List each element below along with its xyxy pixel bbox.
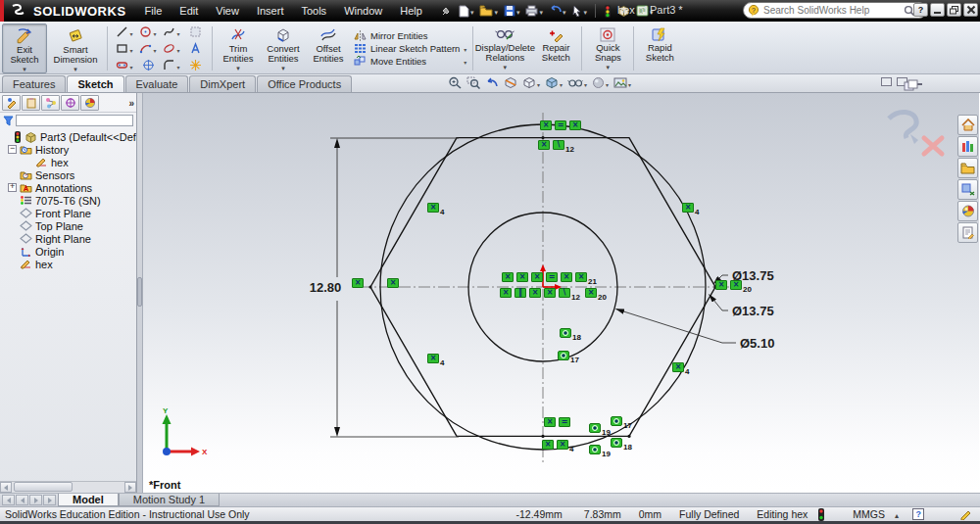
expand-icon[interactable]	[8, 183, 17, 192]
doc-restore-icon[interactable]	[881, 77, 892, 86]
repair-sketch-button[interactable]: Repair Sketch	[533, 24, 578, 73]
dimension-dia1-value[interactable]: Ø13.75	[732, 268, 774, 283]
status-help-icon[interactable]: ?	[912, 508, 924, 520]
units-label[interactable]: MMGS	[853, 508, 885, 520]
tree-horizontal-scrollbar[interactable]	[0, 481, 136, 493]
file-explorer-icon[interactable]	[957, 158, 978, 178]
menu-item[interactable]: Help	[391, 2, 431, 20]
rectangle-tool[interactable]	[113, 41, 136, 57]
tree-item-annotations[interactable]: Annotations	[2, 181, 136, 194]
last-tab-icon[interactable]	[43, 495, 56, 505]
tree-item-history[interactable]: History	[2, 143, 136, 156]
doc-stack-icon[interactable]	[904, 79, 919, 91]
rapid-sketch-button[interactable]: Rapid Sketch	[637, 24, 682, 73]
collapse-icon[interactable]	[8, 145, 17, 154]
select-button[interactable]	[569, 4, 589, 18]
slot-tool[interactable]	[113, 58, 136, 73]
scroll-track[interactable]	[12, 482, 124, 493]
toolbox-icon[interactable]	[957, 179, 978, 200]
smart-dimension-dropdown-icon[interactable]: ▾	[74, 66, 77, 72]
tree-item-origin[interactable]: Origin	[2, 245, 136, 258]
fillet-tool[interactable]	[160, 58, 183, 73]
smart-dimension-button[interactable]: Smart Dimension ▾	[47, 24, 104, 73]
arc-tool[interactable]	[136, 41, 160, 57]
new-doc-button[interactable]	[456, 4, 476, 19]
trim-entities-button[interactable]: Trim Entities ▾	[216, 24, 261, 73]
minimize-button[interactable]	[930, 3, 945, 17]
next-tab-icon[interactable]	[29, 495, 42, 505]
zoom-area-icon[interactable]	[466, 75, 481, 90]
prev-tab-icon[interactable]	[16, 495, 28, 505]
tree-item-right-plane[interactable]: Right Plane	[2, 232, 136, 245]
close-button[interactable]	[963, 3, 978, 17]
first-tab-icon[interactable]	[2, 495, 15, 505]
quick-snaps-dropdown-icon[interactable]: ▾	[607, 64, 611, 71]
undo-button[interactable]	[547, 4, 568, 18]
trim-dropdown-icon[interactable]: ▾	[236, 65, 240, 71]
tree-item-front-plane[interactable]: Front Plane	[2, 207, 136, 219]
dimension-width-value[interactable]: 12.80	[310, 280, 342, 295]
tree-item-hex-history[interactable]: hex	[2, 156, 136, 168]
menu-item[interactable]: Window	[335, 2, 391, 20]
tree-item-sensors[interactable]: Sensors	[2, 168, 136, 181]
model-tab[interactable]: Model	[58, 494, 119, 506]
custom-props-icon[interactable]	[957, 222, 978, 243]
tree-item-top-plane[interactable]: Top Plane	[2, 219, 136, 232]
linear-pattern-dropdown-icon[interactable]	[464, 43, 466, 54]
zoom-fit-icon[interactable]	[447, 75, 463, 90]
menu-item[interactable]: View	[207, 2, 248, 20]
menu-item[interactable]: File	[136, 2, 172, 20]
ribbon-tab[interactable]: DimXpert	[189, 75, 256, 92]
tree-item-hex[interactable]: hex	[2, 258, 136, 270]
spline-tool[interactable]	[160, 24, 183, 40]
save-button[interactable]	[502, 4, 522, 18]
pin-icon[interactable]	[439, 5, 454, 18]
menu-item[interactable]: Edit	[171, 2, 207, 20]
hide-show-icon[interactable]	[566, 75, 588, 90]
linear-pattern-button[interactable]: Linear Sketch Pattern	[354, 43, 466, 54]
traffic-light-icon[interactable]	[602, 4, 613, 19]
view-orientation-icon[interactable]	[521, 75, 541, 90]
panel-overflow-icon[interactable]	[128, 98, 134, 109]
configuration-manager-tab[interactable]	[41, 95, 60, 111]
search-input[interactable]	[763, 5, 901, 16]
ribbon-tab[interactable]: Office Products	[257, 75, 352, 92]
appearances-ball-icon[interactable]	[957, 201, 978, 221]
cancel-sketch-icon[interactable]	[924, 138, 942, 154]
dimension-dia2-value[interactable]: Ø13.75	[732, 304, 774, 318]
appearance-icon[interactable]	[591, 75, 610, 90]
dimxpert-manager-tab[interactable]	[61, 95, 79, 111]
offset-entities-button[interactable]: Offset Entities	[306, 24, 351, 73]
sketch-picture-tool[interactable]	[183, 24, 207, 40]
scroll-thumb[interactable]	[14, 482, 73, 492]
tree-item-part[interactable]: Part3 (Default<<Default>_D	[2, 130, 136, 143]
filter-input[interactable]	[16, 115, 133, 126]
circle-tool[interactable]	[136, 24, 160, 40]
display-delete-dropdown-icon[interactable]: ▾	[504, 64, 508, 71]
motion-study-tab[interactable]: Motion Study 1	[119, 494, 220, 506]
quick-snaps-button[interactable]: Quick Snaps ▾	[585, 24, 630, 73]
home-icon[interactable]	[957, 115, 978, 135]
ribbon-tab[interactable]: Evaluate	[125, 75, 189, 92]
exit-sketch-dropdown-icon[interactable]: ▾	[23, 66, 26, 72]
open-button[interactable]	[477, 4, 500, 18]
graphics-viewport[interactable]: 12.80 Ø13.75 Ø13.75 Ø5.10 ×=××\12×4×4×××…	[143, 93, 979, 493]
note-icon[interactable]	[959, 509, 972, 520]
exit-sketch-button[interactable]: Exit Sketch ▾	[2, 24, 47, 73]
dimension-dia3-value[interactable]: Ø5.10	[740, 336, 774, 351]
dimension-width[interactable]: 12.80	[310, 138, 459, 437]
ribbon-tab[interactable]: Features	[2, 75, 66, 92]
display-delete-relations-button[interactable]: Display/Delete Relations ▾	[476, 24, 533, 73]
scroll-right-icon[interactable]	[124, 482, 136, 493]
move-entities-dropdown-icon[interactable]	[464, 56, 466, 67]
mirror-entities-button[interactable]: Mirror Entities	[354, 30, 466, 41]
sketch-canvas[interactable]: 12.80 Ø13.75 Ø13.75 Ø5.10	[143, 93, 979, 493]
move-entities-button[interactable]: Move Entities	[354, 56, 466, 67]
property-manager-tab[interactable]	[22, 95, 40, 111]
print-button[interactable]	[523, 4, 545, 18]
tree-item-material[interactable]: 7075-T6 (SN)	[2, 194, 136, 207]
menu-item[interactable]: Tools	[292, 2, 335, 20]
section-view-icon[interactable]	[503, 75, 518, 90]
construction-geometry-tool[interactable]	[183, 58, 207, 73]
search-box[interactable]: ? ▾	[743, 2, 927, 19]
